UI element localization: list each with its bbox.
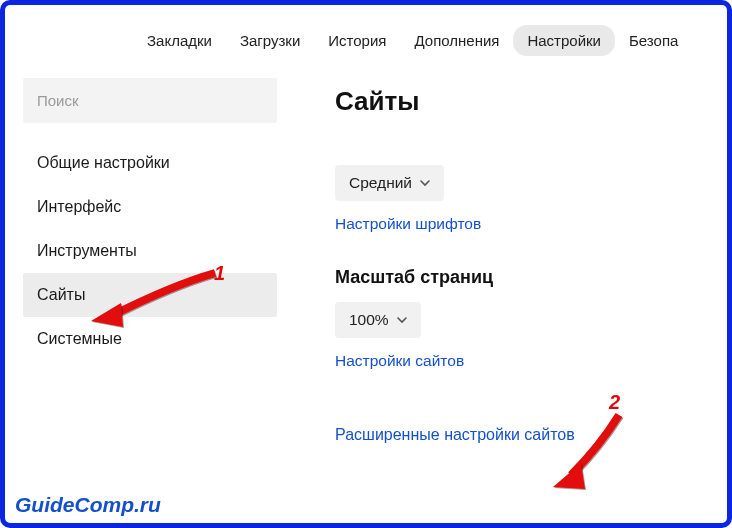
font-size-select[interactable]: Средний	[335, 165, 444, 201]
tab-settings[interactable]: Настройки	[513, 25, 615, 56]
tab-security[interactable]: Безопа	[615, 25, 692, 56]
watermark: GuideComp.ru	[15, 493, 161, 517]
content-area: Сайты Средний Настройки шрифтов Масштаб …	[295, 72, 727, 528]
zoom-value: 100%	[349, 311, 389, 329]
top-tabs: Закладки Загрузки История Дополнения Нас…	[5, 5, 727, 72]
site-settings-link[interactable]: Настройки сайтов	[335, 352, 464, 370]
sidebar-item-tools[interactable]: Инструменты	[23, 229, 277, 273]
tab-downloads[interactable]: Загрузки	[226, 25, 314, 56]
tab-history[interactable]: История	[314, 25, 400, 56]
zoom-heading: Масштаб страниц	[335, 267, 727, 288]
font-size-value: Средний	[349, 174, 412, 192]
sidebar-item-sites[interactable]: Сайты	[23, 273, 277, 317]
tab-addons[interactable]: Дополнения	[400, 25, 513, 56]
advanced-section: Расширенные настройки сайтов	[335, 412, 727, 444]
search-input[interactable]: Поиск	[23, 78, 277, 123]
font-settings-link[interactable]: Настройки шрифтов	[335, 215, 481, 233]
sidebar-item-system[interactable]: Системные	[23, 317, 277, 361]
advanced-site-settings-link[interactable]: Расширенные настройки сайтов	[335, 426, 575, 444]
font-size-section: Средний Настройки шрифтов	[335, 165, 727, 233]
sidebar-item-general[interactable]: Общие настройки	[23, 141, 277, 185]
page-title: Сайты	[335, 86, 727, 117]
tab-bookmarks[interactable]: Закладки	[133, 25, 226, 56]
zoom-select[interactable]: 100%	[335, 302, 421, 338]
sidebar-item-interface[interactable]: Интерфейс	[23, 185, 277, 229]
zoom-section: Масштаб страниц 100% Настройки сайтов	[335, 267, 727, 370]
sidebar: Поиск Общие настройки Интерфейс Инструме…	[5, 72, 295, 528]
chevron-down-icon	[420, 180, 430, 187]
chevron-down-icon	[397, 317, 407, 324]
